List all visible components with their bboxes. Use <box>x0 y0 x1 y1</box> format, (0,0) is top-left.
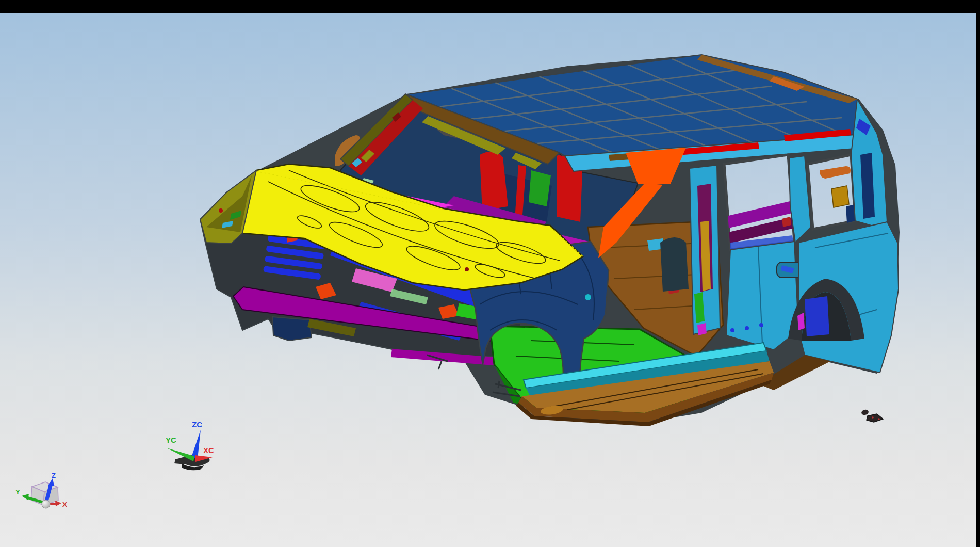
wcs-x-label: XC <box>203 446 214 455</box>
cad-application-window: ZC YC XC Z Y X <box>0 0 980 547</box>
wcs-z-label: ZC <box>192 420 202 429</box>
window-right-bar <box>976 0 980 547</box>
quarter-window[interactable] <box>808 155 855 229</box>
b-pillar[interactable] <box>690 165 720 335</box>
abs-y-label: Y <box>15 488 20 496</box>
csys-origin-sphere <box>42 500 50 508</box>
viewport-canvas[interactable]: ZC YC XC Z Y X <box>0 13 976 547</box>
graphics-viewport[interactable]: ZC YC XC Z Y X <box>0 13 976 547</box>
front-tow-bracket[interactable] <box>272 317 312 341</box>
window-top-bar <box>0 0 980 13</box>
wcs-y-label: YC <box>166 436 176 444</box>
abs-z-label: Z <box>52 472 56 479</box>
abs-x-label: X <box>62 501 67 508</box>
wheel-house-box[interactable] <box>805 296 829 336</box>
